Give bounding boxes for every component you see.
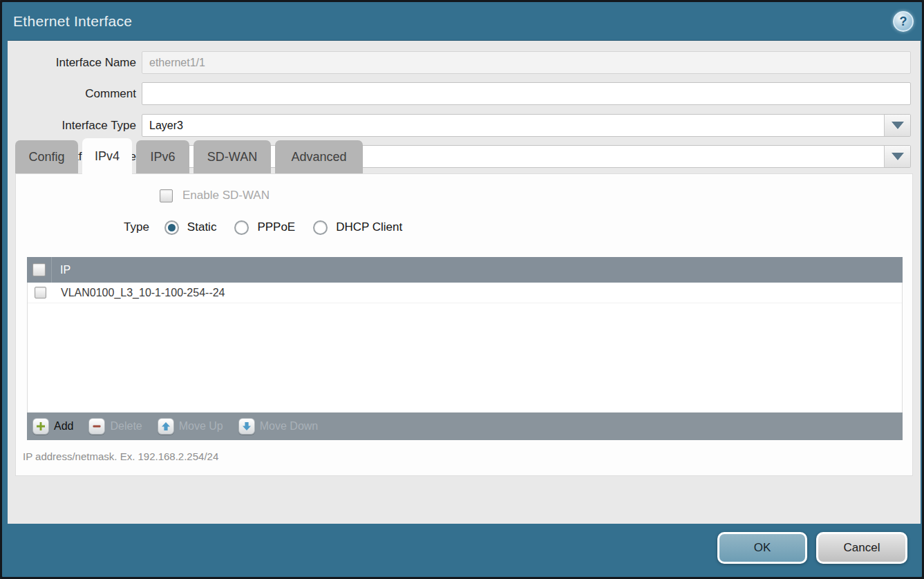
- tab-config[interactable]: Config: [15, 140, 78, 174]
- enable-sdwan-row: Enable SD-WAN: [160, 187, 270, 205]
- plus-icon: [32, 418, 49, 435]
- interface-type-label: Interface Type: [8, 114, 142, 137]
- move-down-button-label: Move Down: [260, 420, 318, 433]
- field-row-interface-type: Interface Type Layer3: [8, 114, 911, 137]
- move-down-button: Move Down: [238, 418, 318, 435]
- radio-static[interactable]: Static: [164, 220, 217, 235]
- chevron-down-icon[interactable]: [884, 115, 910, 136]
- field-row-comment: Comment: [8, 82, 911, 105]
- add-button-label: Add: [54, 420, 73, 433]
- move-up-button-label: Move Up: [179, 420, 223, 433]
- tab-advanced[interactable]: Advanced: [275, 140, 363, 174]
- tab-ipv6[interactable]: IPv6: [136, 140, 189, 174]
- help-glyph: ?: [900, 15, 907, 29]
- ip-table: IP VLAN0100_L3_10-1-100-254--24 Add: [27, 257, 903, 440]
- interface-type-select[interactable]: Layer3: [142, 114, 911, 137]
- ip-cell: VLAN0100_L3_10-1-100-254--24: [53, 287, 225, 299]
- type-radio-group: Type Static PPPoE DHCP Client: [124, 218, 411, 236]
- chevron-down-icon[interactable]: [884, 146, 910, 167]
- select-all-checkbox[interactable]: [32, 263, 46, 276]
- help-icon[interactable]: ?: [893, 11, 914, 32]
- dialog-titlebar: Ethernet Interface ?: [2, 2, 922, 40]
- radio-pppoe-label: PPPoE: [257, 220, 295, 234]
- interface-name-label: Interface Name: [8, 51, 142, 74]
- row-checkbox[interactable]: [35, 287, 46, 298]
- ip-table-toolbar: Add Delete Move Up: [27, 412, 903, 440]
- radio-dhcp-client[interactable]: DHCP Client: [313, 220, 402, 235]
- field-row-interface-name: Interface Name: [8, 51, 911, 74]
- ok-button[interactable]: OK: [717, 532, 807, 564]
- ip-column-header: IP: [52, 264, 70, 276]
- enable-sdwan-checkbox: [160, 189, 173, 202]
- radio-pppoe[interactable]: PPPoE: [234, 220, 295, 235]
- cancel-button[interactable]: Cancel: [816, 532, 907, 564]
- tab-sd-wan[interactable]: SD-WAN: [194, 140, 271, 174]
- tab-ipv4[interactable]: IPv4: [82, 138, 132, 174]
- dialog-title: Ethernet Interface: [13, 13, 132, 30]
- comment-label: Comment: [8, 82, 142, 105]
- comment-input[interactable]: [142, 82, 911, 105]
- radio-button-icon[interactable]: [164, 220, 179, 235]
- type-label: Type: [124, 220, 149, 234]
- radio-dhcp-client-label: DHCP Client: [336, 220, 402, 234]
- dialog-body: Interface Name Comment Interface Type La…: [8, 40, 921, 524]
- move-up-button: Move Up: [158, 418, 223, 435]
- table-row[interactable]: VLAN0100_L3_10-1-100-254--24: [28, 283, 902, 303]
- radio-static-label: Static: [187, 220, 217, 234]
- enable-sdwan-label: Enable SD-WAN: [182, 189, 270, 202]
- interface-type-value: Layer3: [142, 115, 884, 136]
- interface-name-input: [142, 51, 911, 74]
- ip-format-hint: IP address/netmask. Ex. 192.168.2.254/24: [23, 450, 218, 462]
- ipv4-panel: Enable SD-WAN Type Static PPPoE DHCP Cli…: [16, 174, 912, 475]
- delete-button-label: Delete: [110, 420, 142, 433]
- minus-icon: [88, 418, 105, 435]
- add-button[interactable]: Add: [32, 418, 73, 435]
- ethernet-interface-dialog: Ethernet Interface ? Interface Name Comm…: [0, 0, 924, 579]
- arrow-down-icon: [238, 418, 255, 435]
- delete-button: Delete: [88, 418, 142, 435]
- radio-button-icon[interactable]: [234, 220, 249, 235]
- ip-table-body: VLAN0100_L3_10-1-100-254--24: [27, 283, 903, 412]
- radio-button-icon[interactable]: [313, 220, 328, 235]
- tab-bar: Config IPv4 IPv6 SD-WAN Advanced: [15, 138, 363, 174]
- ip-table-header: IP: [27, 257, 903, 283]
- arrow-up-icon: [158, 418, 174, 435]
